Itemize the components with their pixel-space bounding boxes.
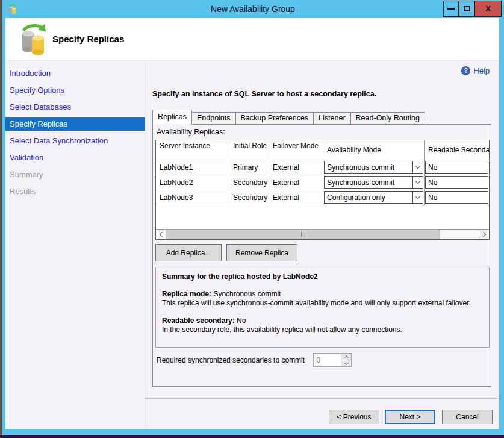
column-header-server-instance[interactable]: Server Instance: [156, 140, 229, 160]
cancel-button[interactable]: Cancel: [442, 410, 493, 424]
chevron-left-icon: [159, 232, 164, 237]
cell-readable-secondary: No: [425, 190, 489, 205]
maximize-icon: [464, 6, 470, 11]
scroll-right-button[interactable]: [479, 230, 489, 239]
replicas-database-icon: [17, 23, 49, 55]
cell-server-instance: LabNode3: [156, 190, 229, 205]
sidebar-item-specify-options[interactable]: Specify Options: [5, 84, 145, 97]
minimize-button[interactable]: [443, 1, 459, 17]
tab-read-only-routing[interactable]: Read-Only Routing: [350, 112, 425, 125]
scroll-left-button[interactable]: [156, 230, 166, 239]
cell-server-instance: LabNode2: [156, 175, 229, 190]
chevron-down-icon[interactable]: [412, 192, 423, 203]
readable-secondary-dropdown[interactable]: No: [425, 191, 488, 204]
grid-header-row: Server Instance Initial Role Failover Mo…: [156, 140, 489, 160]
cell-failover-mode: External: [269, 175, 323, 190]
required-secondaries-row: Required synchronized secondaries to com…: [157, 353, 352, 367]
replica-mode-description: This replica will use synchronous-commit…: [162, 299, 483, 308]
cell-availability-mode: Synchronous commit: [323, 175, 425, 190]
titlebar[interactable]: New Availability Group X: [2, 0, 504, 18]
wizard-steps-sidebar: Introduction Specify Options Select Data…: [5, 61, 145, 429]
window-body: Specify Replicas Introduction Specify Op…: [5, 18, 499, 429]
readable-secondary-label: Readable secondary:: [162, 316, 235, 325]
cell-availability-mode: Synchronous commit: [323, 160, 425, 175]
help-label: Help: [473, 66, 490, 75]
readable-secondary-dropdown[interactable]: No: [425, 161, 488, 174]
minimize-icon: [447, 8, 455, 10]
availability-mode-dropdown[interactable]: Configuration only: [324, 191, 423, 204]
cell-availability-mode: Configuration only: [323, 190, 425, 205]
tab-endpoints[interactable]: Endpoints: [191, 112, 236, 125]
dialog-window: New Availability Group X Specify Replica…: [0, 0, 504, 438]
stepper-up-button[interactable]: [341, 354, 351, 360]
sidebar-item-summary: Summary: [5, 168, 145, 181]
cell-initial-role: Primary: [229, 160, 269, 175]
add-replica-button[interactable]: Add Replica...: [155, 244, 222, 261]
chevron-down-icon[interactable]: [412, 161, 423, 173]
table-row: LabNode2 Secondary External Synchronous …: [156, 175, 489, 190]
desktop-edge-strip: [0, 0, 2, 438]
required-secondaries-stepper[interactable]: 0: [313, 353, 352, 367]
stepper-buttons: [341, 354, 351, 366]
remove-replica-button[interactable]: Remove Replica: [226, 244, 297, 261]
chevron-down-icon: [344, 360, 349, 364]
replica-mode-value: Synchronous commit: [213, 290, 281, 298]
instruction-text: Specify an instance of SQL Server to hos…: [152, 90, 376, 98]
tab-strip: Replicas Endpoints Backup Preferences Li…: [152, 110, 425, 125]
chevron-up-icon: [344, 355, 349, 359]
column-header-availability-mode[interactable]: Availability Mode: [323, 140, 425, 160]
summary-title: Summary for the replica hosted by LabNod…: [162, 272, 483, 281]
tab-backup-preferences[interactable]: Backup Preferences: [235, 112, 314, 125]
sidebar-item-results: Results: [5, 185, 145, 198]
maximize-button[interactable]: [459, 1, 474, 17]
cell-readable-secondary: No: [425, 160, 489, 175]
stepper-value[interactable]: 0: [314, 354, 341, 366]
close-icon: X: [485, 4, 491, 13]
required-secondaries-label: Required synchronized secondaries to com…: [157, 356, 305, 364]
availability-replicas-grid[interactable]: Server Instance Initial Role Failover Mo…: [155, 140, 490, 240]
replicas-tab-panel: Availability Replicas: Server Instance I…: [152, 124, 491, 387]
sidebar-item-validation[interactable]: Validation: [5, 151, 145, 164]
readable-secondary-value: No: [237, 316, 246, 325]
cell-readable-secondary: No: [425, 175, 489, 190]
replica-buttons: Add Replica... Remove Replica: [155, 244, 297, 261]
main-content: ? Help Specify an instance of SQL Server…: [145, 61, 499, 429]
cell-failover-mode: External: [269, 190, 323, 205]
cell-failover-mode: External: [269, 160, 323, 175]
replica-mode-label: Replica mode:: [162, 290, 211, 298]
sidebar-item-specify-replicas[interactable]: Specify Replicas: [5, 117, 145, 131]
cell-initial-role: Secondary: [229, 175, 269, 190]
stepper-down-button[interactable]: [341, 360, 351, 366]
cell-initial-role: Secondary: [229, 190, 269, 205]
sidebar-item-select-data-synchronization[interactable]: Select Data Synchronization: [5, 134, 145, 148]
page-title: Specify Replicas: [52, 34, 124, 44]
availability-mode-dropdown[interactable]: Synchronous commit: [324, 176, 423, 189]
column-header-initial-role[interactable]: Initial Role: [229, 140, 269, 160]
window-title: New Availability Group: [2, 0, 504, 18]
tab-replicas[interactable]: Replicas: [152, 110, 192, 125]
readable-secondary-dropdown[interactable]: No: [425, 176, 488, 189]
scrollbar-thumb[interactable]: [166, 230, 440, 239]
wizard-header: Specify Replicas: [5, 18, 499, 61]
next-button[interactable]: Next >: [385, 410, 435, 424]
desktop-edge-strip: [0, 435, 504, 438]
footer-divider: [145, 398, 499, 399]
replica-summary-box: Summary for the replica hosted by LabNod…: [155, 267, 490, 348]
table-row: LabNode3 Secondary External Configuratio…: [156, 190, 489, 205]
help-link[interactable]: ? Help: [461, 66, 490, 75]
chevron-down-icon[interactable]: [412, 177, 423, 188]
tab-listener[interactable]: Listener: [313, 112, 350, 125]
previous-button[interactable]: < Previous: [329, 410, 379, 424]
cell-server-instance: LabNode1: [156, 160, 229, 175]
horizontal-scrollbar[interactable]: [156, 229, 489, 239]
chevron-right-icon: [481, 232, 485, 237]
readable-secondary-description: In the secondary role, this availability…: [162, 325, 483, 334]
help-icon: ?: [461, 66, 470, 75]
close-button[interactable]: X: [474, 1, 502, 17]
sidebar-item-select-databases[interactable]: Select Databases: [5, 101, 145, 114]
column-header-failover-mode[interactable]: Failover Mode: [269, 140, 323, 160]
sidebar-item-introduction[interactable]: Introduction: [5, 67, 145, 80]
table-row: LabNode1 Primary External Synchronous co…: [156, 160, 489, 175]
column-header-readable-secondary[interactable]: Readable Secondary: [425, 140, 489, 160]
availability-mode-dropdown[interactable]: Synchronous commit: [324, 161, 423, 174]
